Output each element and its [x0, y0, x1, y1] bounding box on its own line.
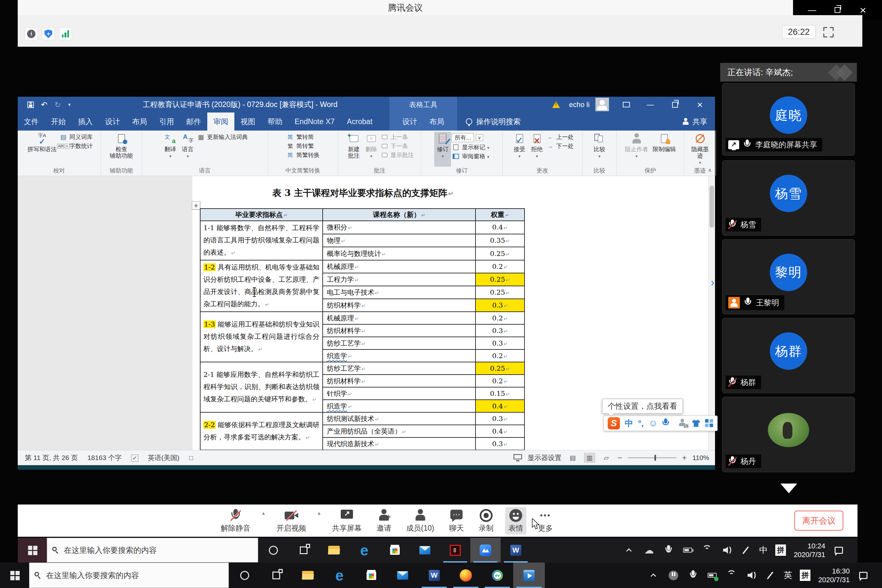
sogou-person-icon[interactable]: 15	[679, 419, 687, 428]
taskbar-app-firefox[interactable]	[450, 562, 482, 588]
taskbar-app-mail[interactable]	[410, 538, 440, 562]
ribbon-接受[interactable]: 接受	[511, 132, 528, 166]
quick-access-dropdown-icon[interactable]	[68, 102, 70, 108]
tray-mic-icon[interactable]	[663, 543, 674, 557]
ribbon-上一处[interactable]: 上一处	[546, 133, 574, 141]
taskbar-app-acrobat[interactable]	[440, 538, 470, 562]
tray-chevron-icon[interactable]	[624, 543, 635, 557]
tab-布局[interactable]: 布局	[126, 112, 153, 130]
tray-wifi-icon[interactable]	[701, 543, 713, 557]
share-button[interactable]: 共享	[682, 112, 707, 130]
taskbar-app-explorer[interactable]	[292, 562, 324, 588]
ribbon-下一处[interactable]: 下一处	[546, 142, 574, 150]
taskbar-app-mail[interactable]	[387, 562, 418, 588]
tell-me-search[interactable]: 操作说明搜索	[466, 112, 520, 130]
context-tab-设计[interactable]: 设计	[396, 112, 423, 130]
scrollbar[interactable]	[708, 176, 715, 450]
participant-tile-杨雪[interactable]: 杨雪杨雪	[722, 160, 855, 236]
ribbon-繁转简[interactable]: 繁转简	[286, 133, 320, 141]
ribbon-限制编辑[interactable]: 限制编辑	[651, 132, 678, 166]
sogou-mode-toggle[interactable]: 中	[625, 418, 633, 429]
chevron-up-icon[interactable]	[262, 510, 265, 516]
taskbar-search-input[interactable]: 在这里输入你要搜索的内容	[47, 538, 258, 562]
chevron-up-icon[interactable]	[318, 510, 321, 516]
avatar[interactable]	[596, 98, 609, 111]
toolbar-邀请-button[interactable]: +邀请	[373, 507, 394, 534]
toolbar-成员(10)-button[interactable]: 成员(10)	[403, 507, 438, 534]
info-icon[interactable]	[25, 27, 38, 40]
fullscreen-icon[interactable]	[822, 26, 835, 39]
print-layout-icon[interactable]: ▥	[584, 453, 595, 463]
ribbon-阻止作者[interactable]: 阻止作者	[623, 132, 650, 166]
start-icon[interactable]	[0, 562, 29, 588]
taskbar-app-movies[interactable]	[513, 562, 545, 588]
participant-tile-李庭晓的屏幕共享[interactable]: 庭晓李庭晓的屏幕共享	[722, 83, 855, 156]
tray-input-indicator[interactable]: 拼	[800, 570, 810, 581]
page-indicator[interactable]: 第 11 页, 共 26 页	[25, 453, 78, 462]
tray-input-indicator[interactable]: 拼	[775, 544, 786, 556]
minimize-icon[interactable]	[806, 3, 819, 16]
ribbon-显示标记[interactable]: 显示标记	[452, 144, 489, 151]
participant-tile-王黎明[interactable]: 黎明王黎明	[722, 239, 855, 314]
sogou-logo-icon[interactable]: S	[608, 417, 620, 429]
leave-meeting-button[interactable]: 离开会议	[794, 511, 843, 531]
toolbar-解除静音-button[interactable]: 解除静音	[218, 507, 254, 534]
taskbar-app-edge[interactable]	[324, 562, 355, 588]
undo-icon[interactable]	[41, 100, 47, 109]
ribbon-审阅窗格[interactable]: 审阅窗格	[452, 153, 489, 160]
taskbar-app-store[interactable]	[380, 538, 410, 562]
zoom-level[interactable]: 110%	[693, 454, 709, 462]
word-count[interactable]: 18163 个字	[87, 453, 122, 462]
taskbar-app-word[interactable]	[501, 538, 531, 562]
tray-notif-icon[interactable]	[858, 568, 869, 582]
proofing-icon[interactable]	[131, 454, 138, 462]
ribbon-上一条[interactable]: 上一条	[380, 133, 414, 141]
shield-icon[interactable]	[42, 27, 55, 40]
ribbon-隐藏墨迹[interactable]: 隐藏墨 迹	[690, 132, 711, 166]
signal-icon[interactable]	[59, 27, 72, 40]
ribbon-显示批注[interactable]: 显示批注	[380, 151, 414, 159]
display-settings-label[interactable]: 显示器设置	[528, 453, 562, 462]
taskbar-app-taskview[interactable]	[261, 562, 292, 588]
sogou-smiley-icon[interactable]	[649, 418, 658, 428]
tray-recpause-icon[interactable]	[668, 568, 679, 582]
context-tab-布局[interactable]: 布局	[423, 112, 450, 130]
tray-pen-icon[interactable]	[764, 568, 776, 582]
tray-input-indicator[interactable]: 英	[784, 570, 792, 581]
toolbar-录制-button[interactable]: 录制	[476, 507, 497, 534]
participant-tile-杨群[interactable]: 杨群杨群	[722, 318, 855, 393]
sogou-grid-icon[interactable]	[705, 419, 713, 428]
sogou-ime-bar[interactable]: S中°,15	[603, 416, 718, 431]
tab-视图[interactable]: 视图	[234, 112, 261, 130]
sogou-mode-toggle[interactable]: °,	[638, 418, 644, 428]
display-settings-icon[interactable]	[513, 454, 522, 461]
sogou-mic-icon[interactable]	[663, 418, 669, 428]
tray-clock[interactable]: 10:242020/7/31	[794, 542, 825, 559]
tray-battery-icon[interactable]	[682, 543, 693, 557]
tray-mic-icon[interactable]	[687, 568, 699, 582]
word-close-icon[interactable]	[693, 97, 706, 112]
tab-帮助[interactable]: 帮助	[261, 112, 288, 130]
ribbon-新建批注[interactable]: 新建 批注	[346, 132, 362, 166]
toolbar-聊天-button[interactable]: 聊天	[446, 507, 467, 534]
scrollbar-thumb[interactable]	[710, 186, 714, 228]
tab-Acrobat[interactable]: Acrobat	[341, 112, 378, 130]
account-name[interactable]: echo li	[563, 97, 596, 112]
taskbar-app-explorer[interactable]	[319, 538, 349, 562]
taskbar-app-ev[interactable]	[482, 562, 513, 588]
save-icon[interactable]	[27, 102, 34, 108]
tray-volume-icon[interactable]	[745, 568, 757, 582]
taskbar-app-meeting[interactable]	[470, 538, 501, 562]
ribbon-删除[interactable]: 删除	[363, 132, 380, 166]
tab-邮件[interactable]: 邮件	[180, 112, 207, 130]
redo-icon[interactable]	[54, 100, 61, 109]
close-icon[interactable]	[856, 3, 869, 16]
tray-battery-eco-icon[interactable]	[706, 568, 718, 582]
tray-onedrive-icon[interactable]	[643, 543, 655, 557]
sogou-shirt-icon[interactable]	[692, 420, 700, 427]
tab-EndNote X7[interactable]: EndNote X7	[288, 112, 341, 130]
ribbon-拼写和语法[interactable]: 拼写和语法	[26, 132, 58, 166]
tab-审阅[interactable]: 审阅	[207, 112, 234, 130]
zoom-slider[interactable]	[628, 458, 676, 458]
tray-input-indicator[interactable]: 中	[759, 544, 768, 556]
